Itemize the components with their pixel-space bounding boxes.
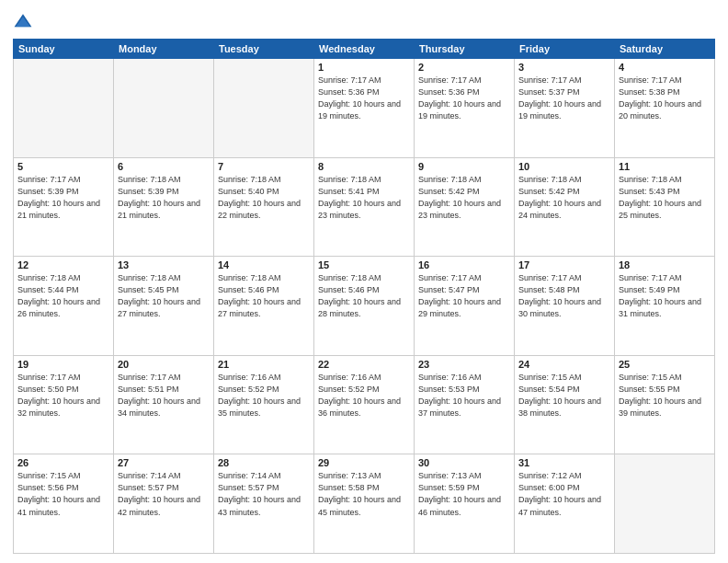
calendar-day-cell: 1Sunrise: 7:17 AM Sunset: 5:36 PM Daylig… (314, 59, 415, 158)
logo-icon (13, 11, 33, 31)
day-number: 29 (318, 457, 410, 468)
day-info: Sunrise: 7:17 AM Sunset: 5:51 PM Dayligh… (118, 372, 210, 419)
day-number: 4 (619, 62, 711, 73)
day-number: 30 (418, 457, 510, 468)
day-number: 28 (218, 457, 310, 468)
day-info: Sunrise: 7:14 AM Sunset: 5:57 PM Dayligh… (218, 470, 310, 518)
calendar-table: SundayMondayTuesdayWednesdayThursdayFrid… (13, 39, 715, 554)
calendar-weekday: Monday (114, 40, 214, 59)
day-info: Sunrise: 7:18 AM Sunset: 5:40 PM Dayligh… (218, 174, 310, 222)
calendar-week-row: 5Sunrise: 7:17 AM Sunset: 5:39 PM Daylig… (14, 157, 715, 257)
calendar-body: 1Sunrise: 7:17 AM Sunset: 5:36 PM Daylig… (14, 59, 715, 554)
day-number: 21 (218, 359, 310, 370)
day-number: 19 (17, 359, 109, 370)
day-number: 6 (118, 161, 210, 172)
day-number: 20 (118, 359, 210, 370)
calendar-day-cell: 17Sunrise: 7:17 AM Sunset: 5:48 PM Dayli… (515, 257, 615, 356)
calendar-day-cell: 9Sunrise: 7:18 AM Sunset: 5:42 PM Daylig… (415, 157, 515, 257)
calendar-week-row: 1Sunrise: 7:17 AM Sunset: 5:36 PM Daylig… (14, 59, 715, 158)
day-info: Sunrise: 7:18 AM Sunset: 5:46 PM Dayligh… (318, 272, 410, 320)
day-info: Sunrise: 7:14 AM Sunset: 5:57 PM Dayligh… (118, 470, 210, 518)
day-info: Sunrise: 7:18 AM Sunset: 5:44 PM Dayligh… (17, 272, 109, 320)
calendar-weekday: Friday (515, 40, 615, 59)
day-info: Sunrise: 7:15 AM Sunset: 5:56 PM Dayligh… (17, 470, 109, 518)
calendar-day-cell: 6Sunrise: 7:18 AM Sunset: 5:39 PM Daylig… (114, 157, 214, 257)
day-number: 16 (418, 259, 510, 270)
day-info: Sunrise: 7:13 AM Sunset: 5:59 PM Dayligh… (418, 470, 510, 518)
day-info: Sunrise: 7:18 AM Sunset: 5:46 PM Dayligh… (218, 272, 310, 320)
calendar-week-row: 19Sunrise: 7:17 AM Sunset: 5:50 PM Dayli… (14, 355, 715, 454)
day-number: 31 (518, 457, 610, 468)
day-info: Sunrise: 7:16 AM Sunset: 5:52 PM Dayligh… (218, 372, 310, 419)
day-number: 7 (218, 161, 310, 172)
day-number: 26 (17, 457, 109, 468)
calendar-day-cell: 21Sunrise: 7:16 AM Sunset: 5:52 PM Dayli… (214, 355, 314, 454)
day-number: 2 (418, 62, 510, 73)
calendar-day-cell: 23Sunrise: 7:16 AM Sunset: 5:53 PM Dayli… (415, 355, 515, 454)
day-number: 23 (418, 359, 510, 370)
calendar-day-cell: 2Sunrise: 7:17 AM Sunset: 5:36 PM Daylig… (415, 59, 515, 158)
day-info: Sunrise: 7:17 AM Sunset: 5:37 PM Dayligh… (518, 75, 610, 122)
page: SundayMondayTuesdayWednesdayThursdayFrid… (0, 0, 728, 563)
logo (13, 11, 37, 31)
calendar-day-cell: 27Sunrise: 7:14 AM Sunset: 5:57 PM Dayli… (114, 454, 214, 554)
calendar-day-cell (214, 59, 314, 158)
calendar-day-cell: 4Sunrise: 7:17 AM Sunset: 5:38 PM Daylig… (615, 59, 715, 158)
calendar-day-cell (615, 454, 715, 554)
day-info: Sunrise: 7:18 AM Sunset: 5:42 PM Dayligh… (518, 174, 610, 222)
calendar-week-row: 26Sunrise: 7:15 AM Sunset: 5:56 PM Dayli… (14, 454, 715, 554)
day-info: Sunrise: 7:16 AM Sunset: 5:53 PM Dayligh… (418, 372, 510, 419)
day-info: Sunrise: 7:17 AM Sunset: 5:36 PM Dayligh… (318, 75, 410, 122)
calendar-day-cell: 22Sunrise: 7:16 AM Sunset: 5:52 PM Dayli… (314, 355, 415, 454)
calendar-day-cell: 12Sunrise: 7:18 AM Sunset: 5:44 PM Dayli… (14, 257, 114, 356)
day-info: Sunrise: 7:17 AM Sunset: 5:50 PM Dayligh… (17, 372, 109, 419)
day-info: Sunrise: 7:12 AM Sunset: 6:00 PM Dayligh… (518, 470, 610, 518)
day-info: Sunrise: 7:18 AM Sunset: 5:41 PM Dayligh… (318, 174, 410, 222)
calendar-day-cell: 10Sunrise: 7:18 AM Sunset: 5:42 PM Dayli… (515, 157, 615, 257)
day-number: 12 (17, 259, 109, 270)
day-number: 27 (118, 457, 210, 468)
day-info: Sunrise: 7:17 AM Sunset: 5:48 PM Dayligh… (518, 272, 610, 320)
day-number: 14 (218, 259, 310, 270)
day-number: 8 (318, 161, 410, 172)
calendar-weekday: Sunday (14, 40, 114, 59)
day-number: 22 (318, 359, 410, 370)
day-number: 15 (318, 259, 410, 270)
day-number: 17 (518, 259, 610, 270)
day-number: 3 (518, 62, 610, 73)
calendar-day-cell: 29Sunrise: 7:13 AM Sunset: 5:58 PM Dayli… (314, 454, 415, 554)
day-number: 9 (418, 161, 510, 172)
calendar-day-cell: 26Sunrise: 7:15 AM Sunset: 5:56 PM Dayli… (14, 454, 114, 554)
day-info: Sunrise: 7:17 AM Sunset: 5:47 PM Dayligh… (418, 272, 510, 320)
day-info: Sunrise: 7:18 AM Sunset: 5:43 PM Dayligh… (619, 174, 711, 222)
day-info: Sunrise: 7:18 AM Sunset: 5:45 PM Dayligh… (118, 272, 210, 320)
calendar-day-cell (14, 59, 114, 158)
day-number: 5 (17, 161, 109, 172)
day-info: Sunrise: 7:17 AM Sunset: 5:38 PM Dayligh… (619, 75, 711, 122)
day-info: Sunrise: 7:16 AM Sunset: 5:52 PM Dayligh… (318, 372, 410, 419)
calendar-day-cell: 18Sunrise: 7:17 AM Sunset: 5:49 PM Dayli… (615, 257, 715, 356)
calendar-day-cell: 13Sunrise: 7:18 AM Sunset: 5:45 PM Dayli… (114, 257, 214, 356)
calendar-day-cell: 8Sunrise: 7:18 AM Sunset: 5:41 PM Daylig… (314, 157, 415, 257)
calendar-weekday: Saturday (615, 40, 715, 59)
calendar-day-cell (114, 59, 214, 158)
calendar-week-row: 12Sunrise: 7:18 AM Sunset: 5:44 PM Dayli… (14, 257, 715, 356)
day-number: 10 (518, 161, 610, 172)
day-info: Sunrise: 7:15 AM Sunset: 5:55 PM Dayligh… (619, 372, 711, 419)
day-info: Sunrise: 7:17 AM Sunset: 5:49 PM Dayligh… (619, 272, 711, 320)
calendar-day-cell: 24Sunrise: 7:15 AM Sunset: 5:54 PM Dayli… (515, 355, 615, 454)
calendar-day-cell: 25Sunrise: 7:15 AM Sunset: 5:55 PM Dayli… (615, 355, 715, 454)
day-info: Sunrise: 7:17 AM Sunset: 5:36 PM Dayligh… (418, 75, 510, 122)
day-number: 25 (619, 359, 711, 370)
calendar-day-cell: 7Sunrise: 7:18 AM Sunset: 5:40 PM Daylig… (214, 157, 314, 257)
calendar-day-cell: 31Sunrise: 7:12 AM Sunset: 6:00 PM Dayli… (515, 454, 615, 554)
calendar-weekday: Thursday (415, 40, 515, 59)
calendar-day-cell: 15Sunrise: 7:18 AM Sunset: 5:46 PM Dayli… (314, 257, 415, 356)
day-info: Sunrise: 7:17 AM Sunset: 5:39 PM Dayligh… (17, 174, 109, 222)
day-number: 18 (619, 259, 711, 270)
day-number: 11 (619, 161, 711, 172)
header (13, 11, 715, 31)
calendar-day-cell: 28Sunrise: 7:14 AM Sunset: 5:57 PM Dayli… (214, 454, 314, 554)
day-info: Sunrise: 7:15 AM Sunset: 5:54 PM Dayligh… (518, 372, 610, 419)
calendar-day-cell: 3Sunrise: 7:17 AM Sunset: 5:37 PM Daylig… (515, 59, 615, 158)
